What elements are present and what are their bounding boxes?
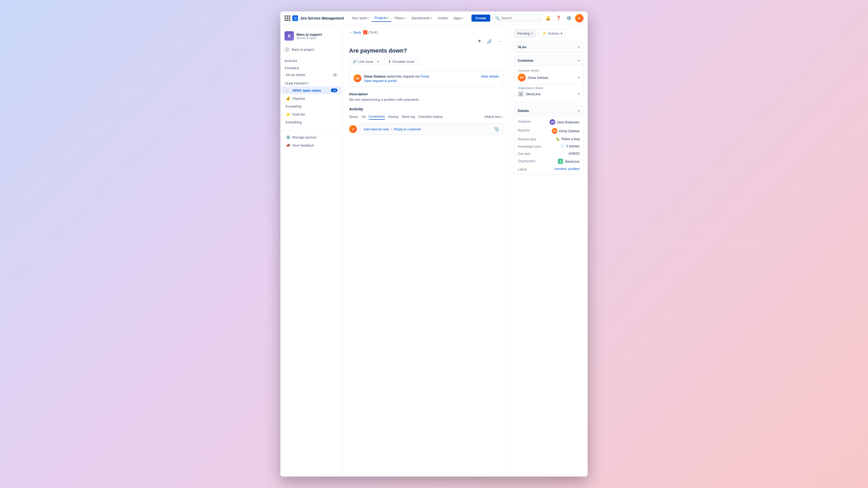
settings-icon[interactable]: ⚙️ [565, 14, 573, 22]
lightning-icon: ⚡ [542, 31, 547, 35]
sidebar-item-gold-tier[interactable]: ⭐ Gold tier [281, 110, 342, 118]
customer-section: Customer ▾ Customer details OD Omar Darb… [514, 55, 583, 103]
label-problem[interactable]: problem [568, 167, 580, 171]
watch-icon[interactable]: 👁 [476, 37, 484, 45]
filter-history[interactable]: History [388, 114, 398, 120]
sidebar-item-give-feedback[interactable]: 📣 Give feedback [281, 141, 342, 149]
customer-avatar: OD [518, 74, 526, 82]
chevron-down-icon: ▾ [367, 17, 369, 20]
assignee-avatar: JR [550, 119, 555, 125]
assignee-label: Assignee [518, 119, 539, 123]
gold-tier-label: Gold tier [292, 112, 305, 116]
description-section: Description We are experiencing a proble… [349, 92, 503, 101]
nav-your-work[interactable]: Your work ▾ [349, 14, 371, 22]
filter-all[interactable]: All [362, 114, 365, 120]
customer-row: OD Omar Darboe ▾ [518, 74, 580, 82]
org-name: SilverLine [526, 92, 540, 96]
apac-label: APAC open cases [292, 89, 321, 92]
org-expand-icon[interactable]: ▾ [578, 92, 580, 96]
nav-dashboards[interactable]: Dashboards ▾ [409, 14, 435, 22]
project-icon: B [285, 31, 294, 41]
create-button[interactable]: Create [471, 14, 490, 22]
knowledge-base-value: 📄 3 articles [560, 144, 580, 148]
sidebar-item-escalating[interactable]: Escalating [281, 102, 342, 110]
details-section-header[interactable]: Details ▾ [514, 106, 583, 116]
user-avatar[interactable]: U [575, 14, 583, 22]
hide-details-button[interactable]: Hide details [481, 74, 499, 78]
actions-dropdown[interactable]: ⚡ Actions ▾ [539, 29, 566, 37]
link-issue-arrow[interactable]: ▾ [375, 60, 379, 63]
nav-filters[interactable]: Filters ▾ [392, 14, 408, 22]
organization-row: Organization S SilverLine [518, 159, 580, 164]
all-tickets-badge: 5 [333, 73, 337, 77]
reply-to-customer-link[interactable]: Reply to customer [394, 127, 421, 131]
help-icon[interactable]: ❓ [554, 14, 563, 22]
search-input[interactable] [501, 16, 539, 20]
slas-section-header[interactable]: SLAs ▾ [514, 42, 583, 52]
label-transfers[interactable]: transfers [555, 167, 567, 171]
nav-assets[interactable]: Assets [435, 14, 451, 22]
due-date-value: 14/8/23 [568, 152, 580, 155]
description-label: Description [349, 92, 503, 96]
request-type-row: Request type 🐛 Raise a bug [518, 137, 580, 141]
customer-section-header[interactable]: Customer ▾ [514, 56, 583, 66]
comment-user-avatar: U [349, 125, 357, 133]
logo-area: Jira Service Management [285, 15, 344, 21]
sidebar-item-manage-queues[interactable]: ⚙️ Manage queues [281, 133, 342, 141]
filter-checklist[interactable]: Checklist history [418, 114, 443, 120]
activity-filters: Show: All Comments History Work log Chec… [349, 114, 503, 120]
notification-text-area: Omar Darboe raised this request via Port… [364, 74, 429, 83]
breadcrumb: ← Back CS-41 [349, 30, 503, 34]
share-icon[interactable]: 🔗 [486, 37, 493, 45]
sidebar-item-everything[interactable]: Everything [281, 119, 342, 126]
details-title: Details [518, 109, 529, 113]
manage-queues-label: Manage queues [292, 135, 317, 139]
team-priority-label: TEAM PRIORITY [280, 79, 343, 86]
back-to-project-link[interactable]: ← Back to project [280, 45, 343, 54]
organization-value: S SilverLine [558, 159, 580, 164]
assignee-value: JR Jane Rotansen [550, 119, 580, 125]
add-internal-note-link[interactable]: Add internal note [364, 127, 389, 131]
activity-header: Activity [349, 107, 503, 111]
view-request-link[interactable]: View request in portal [364, 79, 397, 83]
apac-icon: 🏳️ [286, 88, 290, 92]
org-row: 🏢 SilverLine ▾ [518, 91, 580, 97]
filter-worklog[interactable]: Work log [402, 114, 415, 120]
labels-row: Labels transfers problem [518, 167, 580, 171]
comment-input-area: U Add internal note / Reply to customer … [349, 123, 503, 135]
labels-label: Labels [518, 167, 539, 171]
nav-projects[interactable]: Projects ▾ [372, 14, 391, 22]
request-type-value: 🐛 Raise a bug [556, 137, 580, 141]
notification-content: OD Omar Darboe raised this request via P… [353, 74, 429, 83]
sidebar-item-paywise[interactable]: 💰 Paywise [281, 95, 342, 102]
customer-details-label: Customer details [518, 69, 580, 72]
customer-info: OD Omar Darboe [518, 74, 548, 82]
status-dropdown[interactable]: Pending ▾ [514, 29, 536, 37]
reporter-avatar: OD [552, 128, 557, 134]
activity-section: Activity Show: All Comments History Work… [349, 107, 503, 135]
nav-apps[interactable]: Apps ▾ [451, 14, 466, 22]
customer-expand-icon[interactable]: ▾ [578, 76, 580, 79]
more-icon[interactable]: ··· [495, 37, 503, 45]
project-header: B Banc.ly support Service Project [280, 29, 343, 45]
attachment-icon[interactable]: 📎 [494, 126, 499, 132]
due-date-row: Due date 14/8/23 [518, 152, 580, 156]
details-section: Details ▾ Assignee JR Jane Rotansen Repo… [514, 105, 583, 175]
grid-menu-icon[interactable] [285, 15, 290, 21]
sidebar-item-all-tickets[interactable]: All my tickets 5 [281, 71, 342, 78]
notif-user-avatar: OD [353, 74, 361, 82]
portal-link[interactable]: Portal [420, 74, 429, 78]
app-name: Jira Service Management [300, 16, 344, 20]
sort-button[interactable]: Oldest first ↓ [484, 115, 503, 119]
chevron-down-icon: ▾ [462, 17, 463, 20]
sidebar-item-apac[interactable]: 🏳️ APAC open cases +1 [281, 87, 342, 94]
comment-input-box[interactable]: Add internal note / Reply to customer 📎 [360, 123, 503, 135]
link-issue-button[interactable]: 🔗 Link issue ▾ [349, 58, 382, 65]
back-button[interactable]: ← Back [349, 30, 361, 34]
everything-label: Everything [286, 120, 302, 124]
filter-comments[interactable]: Comments [369, 114, 385, 120]
escalate-issue-button[interactable]: ⬆ Escalate issue [384, 58, 418, 65]
notifications-icon[interactable]: 🔔 [544, 14, 552, 22]
search-box[interactable]: 🔍 [492, 14, 542, 22]
issue-title: Are payments down? [349, 47, 503, 54]
